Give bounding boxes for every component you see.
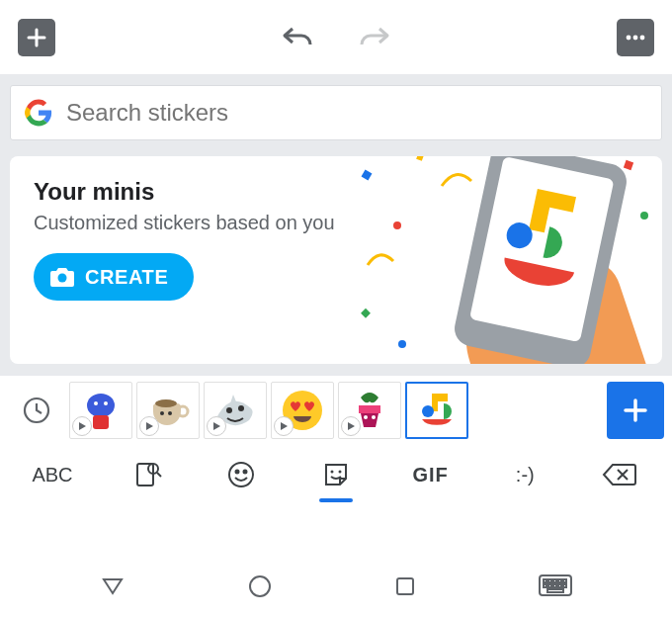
recent-stickers-button[interactable] [8,382,65,439]
svg-rect-38 [397,578,413,594]
svg-point-36 [338,471,341,474]
svg-point-17 [94,401,98,405]
svg-rect-40 [544,579,546,582]
system-back-button[interactable] [100,574,126,603]
emoji-button[interactable] [207,453,276,496]
svg-rect-42 [553,579,556,582]
google-logo-icon [25,99,52,127]
keyboard-icon [539,574,572,598]
sticker-category-shark[interactable] [204,382,267,439]
svg-point-1 [633,35,638,40]
svg-point-21 [160,411,164,415]
svg-point-27 [364,415,368,419]
system-home-button[interactable] [247,574,273,603]
play-badge-icon [207,416,226,436]
emoji-icon [226,460,256,489]
svg-rect-30 [137,464,153,486]
clock-icon [22,396,51,425]
svg-rect-49 [563,584,566,587]
backspace-icon [602,461,637,488]
sticker-category-heart-eyes-emoji[interactable] [271,382,334,439]
minis-illustration [348,156,654,364]
svg-point-29 [422,405,434,417]
svg-point-37 [250,576,270,596]
svg-rect-9 [624,160,633,170]
create-minis-button[interactable]: CREATE [34,253,194,301]
play-badge-icon [341,416,361,436]
svg-rect-7 [361,309,371,318]
svg-point-24 [238,405,244,411]
svg-point-2 [640,35,645,40]
svg-rect-26 [359,405,380,413]
svg-point-10 [640,212,648,220]
more-button[interactable] [617,19,654,56]
svg-point-20 [178,406,188,416]
sticker-category-plant-pot[interactable] [338,382,401,439]
svg-rect-16 [93,415,109,429]
undo-button[interactable] [281,24,314,51]
svg-rect-4 [362,170,373,181]
svg-point-32 [229,463,253,486]
abc-keyboard-button[interactable]: ABC [18,453,87,496]
play-badge-icon [72,416,92,436]
your-minis-card: Your minis Customized stickers based on … [10,156,662,364]
svg-point-19 [155,399,177,407]
search-input[interactable] [66,99,647,127]
svg-point-28 [372,415,376,419]
hide-keyboard-button[interactable] [539,574,572,602]
svg-rect-50 [547,589,563,592]
gif-button[interactable]: GIF [396,453,465,496]
svg-point-34 [244,471,247,474]
redo-button[interactable] [358,24,391,51]
back-triangle-icon [100,574,126,599]
camera-icon [49,266,75,288]
svg-point-8 [398,340,406,348]
sticker-icon [321,460,351,489]
svg-point-3 [58,274,67,283]
sticker-category-coffee-cup[interactable] [136,382,200,439]
svg-rect-5 [416,156,424,161]
svg-rect-46 [548,584,551,587]
create-label: CREATE [85,266,168,289]
minis-subtitle: Customized stickers based on you [34,210,360,235]
add-sticker-pack-button[interactable] [607,382,664,439]
add-button[interactable] [18,19,55,56]
svg-point-0 [627,35,631,40]
sticker-category-blue-character[interactable] [69,382,132,439]
svg-point-15 [87,394,115,417]
svg-rect-48 [558,584,561,587]
svg-point-35 [330,471,333,474]
recents-square-icon [393,574,417,598]
home-circle-icon [247,574,273,599]
svg-rect-47 [553,584,556,587]
svg-rect-43 [558,579,561,582]
sticker-category-minis-face[interactable] [405,382,468,439]
search-bar[interactable] [10,85,662,140]
svg-point-18 [104,401,108,405]
svg-point-22 [168,411,172,415]
svg-point-23 [226,407,232,413]
svg-point-33 [236,471,239,474]
clipboard-search-icon [132,460,162,489]
emoticon-button[interactable]: :-) [490,453,559,496]
svg-rect-44 [563,579,566,582]
clipboard-search-button[interactable] [113,453,182,496]
svg-point-6 [393,221,401,229]
play-badge-icon [139,416,159,436]
play-badge-icon [274,416,294,436]
sticker-button[interactable] [301,453,371,496]
system-recents-button[interactable] [393,574,417,602]
svg-rect-41 [548,579,551,582]
backspace-button[interactable] [585,453,654,496]
svg-rect-45 [544,584,546,587]
